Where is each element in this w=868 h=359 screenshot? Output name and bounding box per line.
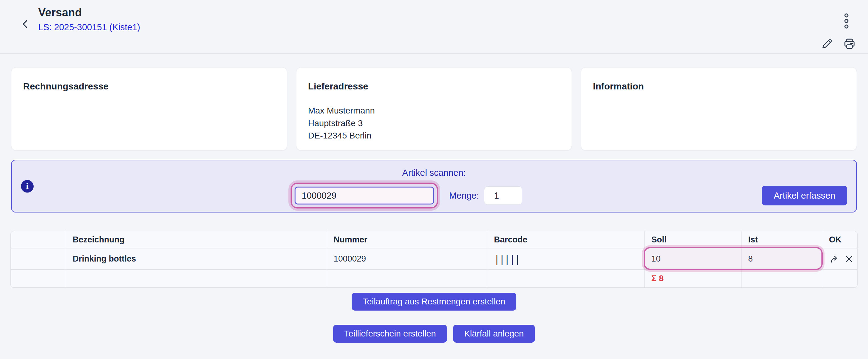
address-line: Max Mustermann (308, 104, 560, 117)
col-number: Nummer (327, 231, 487, 249)
title-block: Versand LS: 2025-300151 (Kiste1) (38, 6, 141, 32)
billing-address-card: Rechnungsadresse (11, 67, 287, 151)
scan-panel: i Artikel scannen: Menge: Artikel erfass… (11, 160, 857, 213)
secondary-action-row: Teillieferschein erstellen Klärfall anle… (0, 325, 868, 342)
table-sum-row: Σ 8 (11, 269, 857, 288)
primary-action-row: Teilauftrag aus Restmengen erstellen (0, 293, 868, 311)
cell-actual: 8 (741, 249, 822, 269)
delivery-note-link[interactable]: LS: 2025-300151 (Kiste1) (38, 22, 141, 32)
cell-empty (11, 249, 66, 269)
quantity-label: Menge: (449, 191, 479, 201)
quantity-input[interactable] (484, 186, 522, 205)
partial-order-button[interactable]: Teilauftrag aus Restmengen erstellen (352, 293, 516, 311)
scan-input-highlight-ring (290, 183, 438, 208)
info-icon: i (21, 180, 34, 192)
table-row: Drinking bottles 1000029 ||||| 10 8 (11, 249, 857, 269)
items-table: Bezeichnung Nummer Barcode Soll Ist OK D… (11, 231, 857, 288)
cell-target-sum: Σ 8 (644, 269, 741, 288)
clarification-case-button[interactable]: Klärfall anlegen (453, 325, 535, 342)
address-line: Hauptstraße 3 (308, 117, 560, 130)
sum-badge: Σ 8 (651, 273, 664, 283)
col-barcode: Barcode (487, 231, 644, 249)
forward-row-button[interactable] (829, 254, 840, 264)
address-cards: Rechnungsadresse Lieferadresse Max Muste… (11, 67, 857, 151)
partial-delivery-note-button[interactable]: Teillieferschein erstellen (333, 325, 447, 342)
cell-number: 1000029 (327, 249, 487, 269)
col-actual: Ist (741, 231, 822, 249)
information-title: Information (593, 81, 845, 92)
cell-empty (327, 269, 487, 288)
capture-article-button[interactable]: Artikel erfassen (762, 186, 847, 205)
address-line: DE-12345 Berlin (308, 130, 560, 142)
cell-empty (741, 269, 822, 288)
chevron-left-icon (20, 19, 31, 30)
scan-row: Menge: Artikel erfassen (290, 180, 847, 211)
printer-icon (843, 38, 856, 50)
more-options-button[interactable] (840, 12, 852, 30)
items-table-wrap: Bezeichnung Nummer Barcode Soll Ist OK D… (10, 231, 858, 288)
cell-barcode: ||||| (487, 249, 644, 269)
shipping-address-card: Lieferadresse Max Mustermann Hauptstraße… (296, 67, 572, 151)
kebab-menu-icon (844, 13, 849, 29)
edit-button[interactable] (820, 37, 834, 51)
cell-target: 10 (644, 249, 741, 269)
x-icon (844, 255, 854, 264)
cell-empty (66, 269, 327, 288)
information-card: Information (581, 67, 857, 151)
cell-ok (822, 249, 857, 269)
barcode-glyph: ||||| (494, 253, 520, 265)
cell-name: Drinking bottles (66, 249, 327, 269)
page-header: Versand LS: 2025-300151 (Kiste1) (0, 0, 868, 53)
remove-row-button[interactable] (844, 254, 855, 264)
billing-address-title: Rechnungsadresse (23, 81, 275, 92)
print-button[interactable] (842, 36, 857, 51)
cell-empty (487, 269, 644, 288)
table-header-row: Bezeichnung Nummer Barcode Soll Ist OK (11, 231, 857, 249)
redo-arrow-icon (830, 255, 839, 264)
scan-label: Artikel scannen: (12, 168, 856, 178)
shipping-address: Max Mustermann Hauptstraße 3 DE-12345 Be… (308, 104, 560, 142)
pencil-icon (821, 38, 833, 50)
header-divider (0, 53, 868, 54)
col-name: Bezeichnung (66, 231, 327, 249)
col-ok: OK (822, 231, 857, 249)
col-empty (11, 231, 66, 249)
col-target: Soll (644, 231, 741, 249)
page-title: Versand (38, 6, 141, 19)
items-table-box: Bezeichnung Nummer Barcode Soll Ist OK D… (10, 231, 858, 288)
header-actions (820, 36, 857, 51)
scan-input[interactable] (294, 187, 434, 204)
shipping-address-title: Lieferadresse (308, 81, 560, 92)
cell-empty (822, 269, 857, 288)
cell-empty (11, 269, 66, 288)
back-button[interactable] (17, 16, 33, 32)
